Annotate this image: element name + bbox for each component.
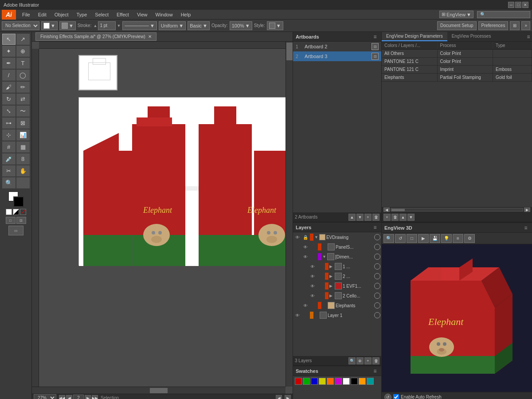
layer-target-dimen[interactable]: [374, 254, 380, 260]
layer-expand-dimen[interactable]: ▼: [322, 254, 326, 259]
ev-panel-menu-btn[interactable]: ≡: [525, 33, 532, 40]
ev3d-list-btn[interactable]: ≡: [453, 234, 463, 243]
layer-eye-dimen[interactable]: 👁: [302, 253, 309, 260]
stroke-input[interactable]: [98, 21, 116, 30]
stroke-stepper[interactable]: ▲ ▼: [93, 21, 121, 30]
layer-lock-1[interactable]: [317, 263, 324, 270]
hand-tool[interactable]: ✋: [16, 165, 30, 176]
ev3d-save-btn[interactable]: 💾: [430, 234, 440, 243]
status-extra-btn[interactable]: ◀: [276, 395, 282, 399]
swatch-teal[interactable]: [367, 378, 374, 385]
magic-wand-tool[interactable]: ✦: [2, 46, 16, 57]
layer-eye-evf1[interactable]: 👁: [309, 282, 316, 289]
layers-locate-btn[interactable]: ⊕: [356, 357, 364, 364]
swatch-blue[interactable]: [311, 378, 318, 385]
artboards-down-btn[interactable]: ▼: [356, 214, 364, 221]
swatch-amber[interactable]: [359, 378, 366, 385]
layer-target-elephants[interactable]: [374, 302, 380, 309]
swatch-white[interactable]: [343, 378, 350, 385]
line-style-dropdown[interactable]: ─────── ▼: [122, 21, 156, 30]
ev3d-settings-btn[interactable]: ⚙: [464, 234, 475, 243]
swatch-purple[interactable]: [335, 378, 342, 385]
swatch-yellow[interactable]: [319, 378, 326, 385]
canvas-content[interactable]: Elephant Elephant: [32, 42, 293, 394]
layer-row-elephants[interactable]: 👁 Elephants: [293, 301, 381, 310]
warp-tool[interactable]: 〜: [16, 106, 30, 117]
doc-setup-button[interactable]: Document Setup: [437, 21, 477, 30]
ev-3d-camera-btn[interactable]: ↺: [384, 394, 391, 399]
layer-row-evdrawing[interactable]: 👁 🔒 ▼ EVDrawing: [293, 232, 381, 242]
minimize-button[interactable]: ─: [508, 2, 514, 8]
basic-dropdown[interactable]: Basic ▼: [188, 21, 210, 30]
swatch-black[interactable]: [351, 378, 358, 385]
layer-target-layer1[interactable]: [374, 312, 380, 318]
document-tab[interactable]: Finishing Effects Sample.ai* @ 27% (CMYK…: [35, 32, 156, 41]
layer-eye-2[interactable]: 👁: [309, 273, 316, 280]
artboards-delete-btn[interactable]: 🗑: [372, 214, 379, 221]
draw-normal-btn[interactable]: □: [6, 217, 16, 224]
layer-expand-evf1[interactable]: ▶: [329, 284, 334, 288]
menu-view[interactable]: View: [133, 11, 151, 18]
artboard-row-2[interactable]: 2 Artboard 3 ⊡: [293, 51, 381, 61]
layer-row-dimen[interactable]: 👁 ▼ [Dimen...: [293, 252, 381, 262]
screen-mode-btn[interactable]: ▭: [8, 226, 23, 235]
preferences-button[interactable]: Preferences: [478, 21, 509, 30]
type-tool[interactable]: T: [16, 58, 30, 69]
artboards-menu-btn[interactable]: ≡: [372, 33, 379, 40]
rotate-tool[interactable]: ↻: [2, 94, 16, 105]
scale-tool[interactable]: ⤡: [2, 106, 16, 117]
ev-row-1[interactable]: All Others Color Print: [382, 50, 532, 58]
layer-row-2[interactable]: 👁 ▶ 2 ...: [293, 271, 381, 281]
layer-eye-1[interactable]: 👁: [309, 263, 316, 270]
swatch-orange[interactable]: [327, 378, 334, 385]
line-tool[interactable]: /: [2, 70, 16, 81]
page-input[interactable]: [73, 395, 84, 399]
style-dropdown[interactable]: ▼: [267, 21, 283, 30]
layer-lock-evf1[interactable]: [317, 282, 324, 289]
ev-scrollthumb[interactable]: [391, 209, 405, 211]
layers-delete-btn[interactable]: 🗑: [372, 357, 379, 364]
menu-effect[interactable]: Effect: [113, 11, 133, 18]
reflect-tool[interactable]: ⇄: [16, 94, 30, 105]
ev-add-btn[interactable]: +: [383, 214, 391, 221]
layer-lock-cello[interactable]: [317, 292, 324, 299]
menu-select[interactable]: Select: [91, 11, 112, 18]
stroke-dropdown[interactable]: ▼: [59, 21, 76, 30]
color-mode-btn[interactable]: [6, 209, 12, 215]
column-graph-tool[interactable]: 📊: [16, 129, 30, 141]
artboard-row-1[interactable]: 1 Artboard 2 ⊡: [293, 42, 381, 51]
layer-expand-2[interactable]: ▶: [329, 274, 334, 278]
ev-3d-viewport[interactable]: Elephant: [382, 244, 532, 392]
layer-target-evdrawing[interactable]: [374, 234, 380, 240]
ellipse-tool[interactable]: ◯: [16, 70, 30, 81]
menu-window[interactable]: Window: [152, 11, 176, 18]
selection-tool[interactable]: ↖: [2, 34, 16, 45]
tab-processes[interactable]: EngView Processes: [447, 32, 496, 41]
gradient-mode-btn[interactable]: [13, 209, 19, 215]
opacity-dropdown[interactable]: 100% ▼: [230, 21, 252, 30]
vertical-scrollbar[interactable]: [286, 42, 293, 387]
layer-row-evf1[interactable]: 👁 ▶ 1 EVF1...: [293, 281, 381, 291]
grid-button[interactable]: ⊞: [510, 21, 520, 30]
uniform-dropdown[interactable]: Uniform ▼: [159, 21, 186, 30]
direct-selection-tool[interactable]: ↗: [16, 34, 30, 45]
menu-file[interactable]: File: [19, 11, 34, 18]
scissors-tool[interactable]: ✂: [2, 165, 16, 176]
ev-3d-menu-btn[interactable]: ≡: [522, 224, 529, 231]
layer-target-evf1[interactable]: [374, 283, 380, 289]
layer-target-cello[interactable]: [374, 293, 380, 299]
menu-edit[interactable]: Edit: [35, 11, 50, 18]
ev-delete-btn[interactable]: 🗑: [391, 214, 399, 221]
horizontal-scrollbar[interactable]: [32, 387, 286, 394]
layer-row-layer1[interactable]: 👁 Layer 1: [293, 310, 381, 320]
artboards-new-btn[interactable]: +: [364, 214, 372, 221]
nav-first-button[interactable]: ◀◀: [59, 395, 65, 399]
tab-design-params[interactable]: EngView Design Parameters: [382, 32, 447, 41]
gradient-tool[interactable]: ▦: [16, 141, 30, 153]
restore-button[interactable]: □: [515, 2, 521, 8]
layer-lock-evdrawing[interactable]: 🔒: [302, 234, 309, 241]
zoom-select[interactable]: 27%: [34, 394, 56, 399]
ev-up-btn[interactable]: ▲: [399, 214, 407, 221]
nav-next-button[interactable]: ▶: [85, 395, 91, 399]
symbol-sprayer-tool[interactable]: ⊹: [2, 129, 16, 141]
